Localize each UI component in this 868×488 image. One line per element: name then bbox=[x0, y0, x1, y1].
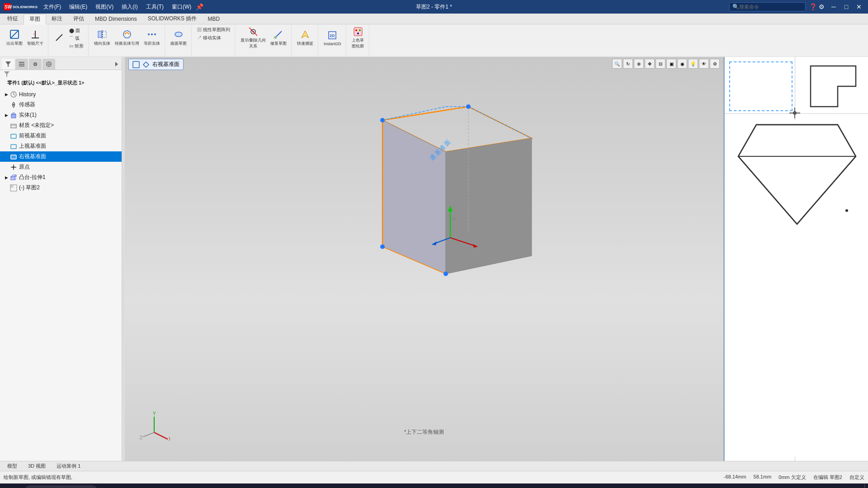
smart-dim-icon: ↔ bbox=[30, 29, 41, 40]
curved-surface-button[interactable]: 曲面草图 bbox=[169, 26, 189, 50]
show-hide-button[interactable]: 显示/删除几何关系 bbox=[239, 26, 268, 50]
feature-tree: ▶ History ▶ 传感器 ▶ 实体(1) bbox=[0, 88, 122, 461]
tab-3d-view[interactable]: 3D 视图 bbox=[23, 462, 51, 470]
ribbon-group-transform: 镜向实体 转换实体引用 等距实体 bbox=[90, 25, 165, 56]
taskbar-app-solidworks[interactable]: SW bbox=[256, 484, 274, 488]
tree-item-top-plane[interactable]: ▶ 上视基准面 bbox=[0, 141, 122, 151]
menu-view[interactable]: 视图(V) bbox=[92, 2, 117, 12]
viewport[interactable]: 右视基准面 bbox=[125, 57, 723, 461]
tab-features[interactable]: 特征 bbox=[2, 14, 24, 23]
tab-sw-plugins[interactable]: SOLIDWORKS 插件 bbox=[142, 14, 203, 23]
tree-item-sensors[interactable]: ▶ 传感器 bbox=[0, 99, 122, 110]
maximize-button[interactable]: □ bbox=[841, 2, 852, 11]
tree-item-right-plane[interactable]: ▶ 右视基准面 bbox=[0, 151, 122, 162]
view-btn-section[interactable]: ⊟ bbox=[656, 59, 665, 69]
ribbon-group-lines: ⬤ 圆 ⌒ 弧 ▭ 矩形 bbox=[49, 25, 89, 56]
menu-insert[interactable]: 插入(I) bbox=[118, 2, 141, 12]
svg-rect-46 bbox=[11, 155, 16, 159]
tree-item-solid[interactable]: ▶ 实体(1) bbox=[0, 110, 122, 120]
taskbar-apps: P A WPS W SW bbox=[104, 484, 274, 488]
view-btn-pan[interactable]: ✥ bbox=[645, 59, 655, 69]
equal-dist-button[interactable]: 等距实体 bbox=[142, 26, 162, 50]
ribbon-toolbar: 出出草图 ↔ 智能尺寸 ⬤ 圆 ⌒ 弧 ▭ 矩形 bbox=[0, 24, 868, 57]
expand-icon-history: ▶ bbox=[4, 92, 9, 97]
show-desktop-button[interactable] bbox=[864, 484, 866, 488]
tab-sketch[interactable]: 草图 bbox=[24, 14, 46, 24]
svg-text:+: + bbox=[452, 215, 457, 224]
view-btn-magnify[interactable]: 🔍 bbox=[612, 59, 622, 69]
menu-file[interactable]: 文件(F) bbox=[40, 2, 65, 12]
material-icon bbox=[10, 122, 17, 129]
smart-dim-button[interactable]: ↔ 智能尺寸 bbox=[25, 26, 45, 50]
mirror-body-button[interactable]: 镜向实体 bbox=[92, 26, 112, 50]
tab-markup[interactable]: 标注 bbox=[46, 14, 68, 23]
svg-point-69 bbox=[380, 118, 385, 122]
start-button[interactable] bbox=[2, 484, 20, 488]
linear-array-button[interactable]: ▤ 线性草图阵列 bbox=[195, 26, 232, 33]
active-plane-indicator[interactable]: 右视基准面 bbox=[128, 59, 184, 70]
tree-item-sketch2[interactable]: ▶ (-) 草图2 bbox=[0, 183, 122, 193]
line-button[interactable] bbox=[52, 26, 66, 50]
close-button[interactable]: ✕ bbox=[854, 2, 864, 11]
view-btn-lights[interactable]: 💡 bbox=[688, 59, 698, 69]
view-btn-hide-show[interactable]: 👁 bbox=[699, 59, 709, 69]
taskbar-app-word[interactable]: W bbox=[218, 484, 236, 488]
lp-tab-origin[interactable] bbox=[42, 59, 55, 70]
taskbar-app-wechat[interactable] bbox=[237, 484, 255, 488]
taskbar-app-ppt[interactable]: P bbox=[161, 484, 179, 488]
svg-point-32 bbox=[35, 64, 36, 65]
svg-rect-29 bbox=[19, 64, 24, 65]
equal-dist-icon bbox=[146, 29, 157, 40]
view-btn-settings[interactable]: ⚙ bbox=[710, 59, 720, 69]
lp-tab-list[interactable] bbox=[15, 59, 28, 70]
menu-pin[interactable]: 📌 bbox=[196, 3, 203, 10]
rect-button[interactable]: ▭ 矩形 bbox=[67, 42, 85, 50]
tree-item-history[interactable]: ▶ History bbox=[0, 89, 122, 99]
move-entity-button[interactable]: ↗ 移动实体 bbox=[195, 34, 223, 42]
tree-item-origin[interactable]: ▶ 原点 bbox=[0, 162, 122, 172]
taskbar-app-search[interactable] bbox=[123, 484, 141, 488]
menu-tools[interactable]: 工具(T) bbox=[142, 2, 167, 12]
lp-expand-btn[interactable] bbox=[113, 59, 120, 70]
convert-entity-button[interactable]: 转换实体引用 bbox=[113, 26, 141, 50]
repair-sketch-button[interactable]: 修复草图 bbox=[269, 26, 288, 50]
taskbar-app-wps[interactable]: WPS bbox=[199, 484, 217, 488]
front-view-preview bbox=[729, 120, 863, 456]
tab-motion[interactable]: 运动算例 1 bbox=[51, 462, 86, 470]
origin-label: 原点 bbox=[19, 163, 30, 171]
tree-item-material[interactable]: ▶ 材质 <未指定> bbox=[0, 120, 122, 131]
instant2d-button[interactable]: 2D Instant2D bbox=[322, 26, 343, 50]
view-btn-rotate[interactable]: ↻ bbox=[623, 59, 633, 69]
view-btn-zoom[interactable]: ⊕ bbox=[634, 59, 644, 69]
history-label: History bbox=[19, 91, 36, 98]
circle-button[interactable]: ⬤ 圆 bbox=[67, 27, 85, 34]
menu-window[interactable]: 窗口(W) bbox=[168, 2, 195, 12]
tab-mbd[interactable]: MBD bbox=[202, 15, 225, 23]
view-btn-wireframe[interactable]: ▣ bbox=[666, 59, 676, 69]
svg-marker-27 bbox=[5, 61, 11, 67]
taskbar-app-ie[interactable] bbox=[104, 484, 122, 488]
minimize-button[interactable]: ─ bbox=[828, 2, 839, 11]
taskbar: P A WPS W SW 🌐 21°C 雾 ⬆ 🔊 📶 🔋 英 9:10 202… bbox=[0, 483, 868, 488]
svg-rect-56 bbox=[133, 61, 139, 68]
color-sketch-button[interactable]: 上色草图轮廓 bbox=[350, 26, 366, 50]
quick-snap-button[interactable]: 快速捕捉 bbox=[295, 26, 315, 50]
tree-item-front-plane[interactable]: ▶ 前视基准面 bbox=[0, 131, 122, 141]
tree-item-boss-extrude[interactable]: ▶ 凸台-拉伸1 bbox=[0, 172, 122, 183]
lp-tab-filter[interactable] bbox=[2, 59, 14, 70]
view-btn-display-mode[interactable]: ◉ bbox=[677, 59, 687, 69]
search-box[interactable]: 🔍 bbox=[729, 2, 806, 11]
taskbar-app-acrobat[interactable]: A bbox=[180, 484, 198, 488]
search-input[interactable] bbox=[739, 4, 802, 9]
exit-sketch-button[interactable]: 出出草图 bbox=[5, 26, 24, 50]
window-controls: ─ □ ✕ bbox=[828, 2, 864, 11]
menu-edit[interactable]: 编辑(E) bbox=[66, 2, 91, 12]
tab-model[interactable]: 模型 bbox=[2, 462, 23, 470]
arc-button[interactable]: ⌒ 弧 bbox=[67, 35, 85, 42]
view-selector-toolbar: 🔍 ↻ ⊕ ✥ ⊟ ▣ ◉ 💡 👁 ⚙ bbox=[612, 59, 720, 69]
tab-evaluate[interactable]: 评估 bbox=[68, 14, 90, 23]
taskbar-app-explorer[interactable] bbox=[142, 484, 160, 488]
tab-mbd-dimensions[interactable]: MBD Dimensions bbox=[90, 15, 142, 23]
lp-tab-config[interactable] bbox=[29, 59, 42, 70]
taskbar-search-box[interactable] bbox=[24, 485, 99, 488]
